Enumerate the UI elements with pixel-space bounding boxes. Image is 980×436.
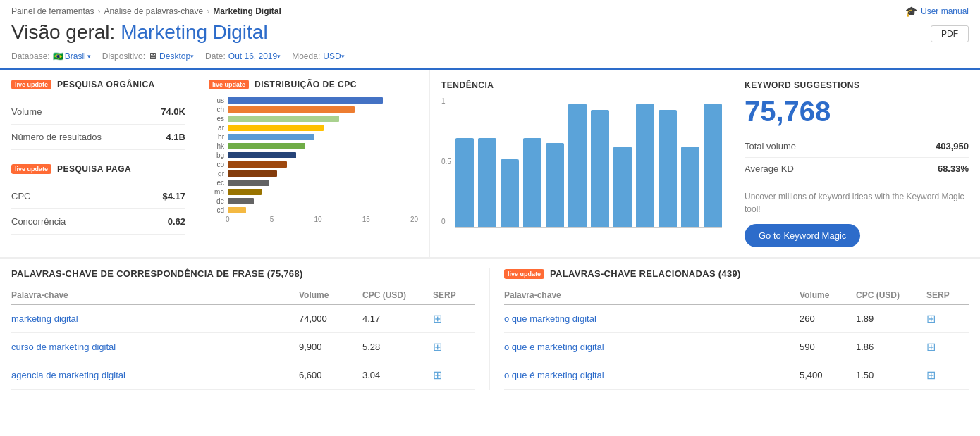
paid-live-badge: live update: [11, 164, 51, 174]
related-row-3: o que é marketing digital 5,400 1.50 ⊞: [504, 361, 969, 390]
related-vol-2: 590: [800, 342, 856, 352]
go-to-keyword-magic-button[interactable]: Go to Keyword Magic: [745, 224, 860, 247]
trend-bar-chart: [455, 97, 722, 228]
breadcrumb: Painel de ferramentas › Análise de palav…: [11, 6, 281, 16]
chevron-down-icon-currency[interactable]: ▾: [341, 53, 345, 60]
filter-date-label: Date:: [205, 51, 226, 61]
phrase-cpc-1: 4.17: [362, 313, 433, 324]
trend-bar: [478, 138, 496, 227]
breadcrumb-current: Marketing Digital: [213, 6, 281, 16]
competition-label: Concorrência: [11, 216, 66, 227]
cpc-bar-row: hk: [209, 142, 418, 150]
trend-bar: [681, 147, 699, 227]
trend-bar: [613, 147, 632, 227]
phrase-vol-1: 74,000: [299, 313, 362, 324]
total-volume-label: Total volume: [745, 141, 796, 151]
cpc-row: CPC $4.17: [11, 184, 185, 209]
cpc-bar-row: ar: [209, 124, 418, 132]
avg-kd-value: 68.33%: [938, 163, 969, 174]
related-vol-3: 5,400: [800, 370, 856, 380]
phrase-keyword-1[interactable]: marketing digital: [11, 313, 299, 324]
cpc-bar-row: us: [209, 96, 418, 104]
trend-bar: [636, 104, 654, 227]
related-row-2: o que e marketing digital 590 1.86 ⊞: [504, 333, 969, 361]
filter-date-value[interactable]: Out 16, 2019: [228, 51, 277, 61]
breadcrumb-sep-1: ›: [97, 6, 100, 16]
pdf-button[interactable]: PDF: [931, 25, 969, 42]
organic-live-badge: live update: [11, 80, 51, 89]
cpc-bar-row: co: [209, 161, 418, 168]
breadcrumb-analysis[interactable]: Análise de palavras-chave: [104, 6, 203, 16]
related-vol-1: 260: [800, 313, 856, 324]
filter-device-label: Dispositivo:: [102, 51, 145, 61]
serp-icon-2[interactable]: ⊞: [433, 340, 475, 354]
cpc-bar-row: gr: [209, 170, 418, 177]
breadcrumb-home[interactable]: Painel de ferramentas: [11, 6, 94, 16]
organic-title: PESQUISA ORGÂNICA: [57, 80, 155, 89]
trend-bar: [523, 138, 541, 227]
volume-row: Volume 74.0K: [11, 99, 185, 125]
kw-suggestions-title: KEYWORD SUGGESTIONS: [745, 80, 860, 90]
cpc-dist-title: DISTRIBUIÇÃO DE CPC: [255, 80, 357, 89]
related-keyword-2[interactable]: o que e marketing digital: [504, 342, 800, 352]
filter-currency-value[interactable]: USD: [323, 51, 341, 61]
serp-icon-3[interactable]: ⊞: [433, 368, 475, 382]
phrase-vol-2: 9,900: [299, 342, 362, 352]
graduation-icon: 🎓: [905, 6, 917, 17]
related-title: PALAVRAS-CHAVE RELACIONADAS (439): [550, 268, 741, 279]
paid-title: PESQUISA PAGA: [57, 164, 131, 174]
cpc-bar-row: cd: [209, 206, 418, 214]
trend-y-1: 1: [441, 97, 451, 105]
trend-y-05: 0.5: [441, 158, 451, 166]
phrase-match-row-2: curso de marketing digital 9,900 5.28 ⊞: [11, 333, 475, 361]
avg-kd-label: Average KD: [745, 163, 794, 174]
cpc-dist-live-badge: live update: [209, 80, 249, 89]
phrase-cpc-3: 3.04: [362, 370, 433, 380]
cpc-bar-row: br: [209, 133, 418, 141]
trend-bar: [591, 110, 609, 227]
phrase-match-row-3: agencia de marketing digital 6,600 3.04 …: [11, 361, 475, 390]
cpc-bar-row: ch: [209, 106, 418, 113]
phrase-vol-3: 6,600: [299, 370, 362, 380]
related-panel: live update PALAVRAS-CHAVE RELACIONADAS …: [490, 268, 969, 390]
trend-panel: TENDÊNCIA 1 0.5 0: [430, 70, 733, 257]
serp-icon-1[interactable]: ⊞: [433, 312, 475, 325]
related-cpc-3: 1.50: [856, 370, 926, 380]
phrase-keyword-3[interactable]: agencia de marketing digital: [11, 370, 299, 380]
filter-database-value[interactable]: Brasil: [65, 51, 86, 61]
total-volume-row: Total volume 403,950: [745, 135, 969, 158]
related-row-1: o que marketing digital 260 1.89 ⊞: [504, 305, 969, 333]
related-serp-icon-2[interactable]: ⊞: [926, 340, 969, 354]
trend-bar: [546, 143, 564, 227]
phrase-match-title: PALAVRAS-CHAVE DE CORRESPONDÊNCIA DE FRA…: [11, 268, 303, 279]
trend-bar: [659, 110, 677, 227]
chevron-down-icon-db[interactable]: ▾: [87, 53, 91, 60]
phrase-match-row-1: marketing digital 74,000 4.17 ⊞: [11, 305, 475, 333]
filter-device-value[interactable]: Desktop: [159, 51, 190, 61]
results-row: Número de resultados 4.1B: [11, 125, 185, 150]
trend-bar: [568, 104, 587, 227]
chevron-down-icon-date[interactable]: ▾: [277, 53, 281, 60]
trend-title: TENDÊNCIA: [441, 80, 494, 90]
filter-database-label: Database:: [11, 51, 50, 61]
cpc-bar-row: ec: [209, 179, 418, 187]
filters-bar: Database: 🇧🇷 Brasil ▾ Dispositivo: 🖥 Des…: [0, 48, 980, 70]
cpc-bar-row: es: [209, 115, 418, 123]
related-serp-icon-1[interactable]: ⊞: [926, 312, 969, 325]
phrase-match-table-header: Palavra-chave Volume CPC (USD) SERP: [11, 286, 475, 305]
chevron-down-icon-device[interactable]: ▾: [190, 53, 194, 60]
flag-brazil: 🇧🇷: [53, 51, 63, 61]
trend-bar: [455, 138, 474, 227]
cpc-bar-row: bg: [209, 151, 418, 159]
phrase-keyword-2[interactable]: curso de marketing digital: [11, 342, 299, 352]
user-manual-link[interactable]: 🎓 User manual: [905, 6, 969, 17]
keyword-suggestions-panel: KEYWORD SUGGESTIONS 75,768 Total volume …: [733, 70, 980, 257]
related-serp-icon-3[interactable]: ⊞: [926, 368, 969, 382]
trend-bar: [704, 104, 722, 227]
related-keyword-1[interactable]: o que marketing digital: [504, 313, 800, 324]
cpc-bar-row: ma: [209, 188, 418, 196]
filter-currency-label: Moeda:: [292, 51, 320, 61]
page-title: Visão geral: Marketing Digital: [11, 21, 268, 44]
related-keyword-3[interactable]: o que é marketing digital: [504, 370, 800, 380]
volume-value: 74.0K: [161, 106, 185, 117]
